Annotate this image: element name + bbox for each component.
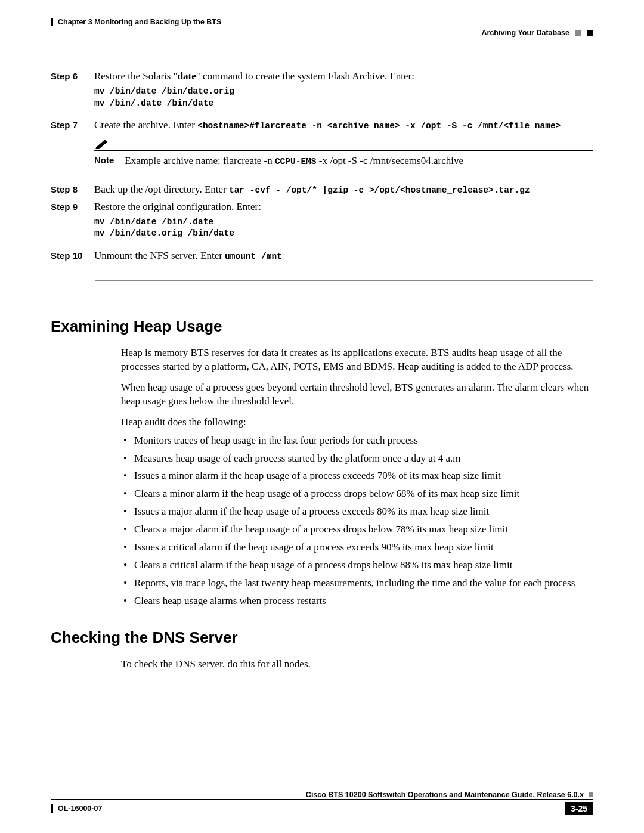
list-item: Issues a major alarm if the heap usage o… <box>121 505 593 519</box>
section-label: Archiving Your Database <box>482 29 570 37</box>
code-inline: umount /mnt <box>225 252 282 261</box>
step-label: Step 8 <box>51 183 83 194</box>
bullet-list: Monitors traces of heap usage in the las… <box>121 434 593 608</box>
list-item: Issues a minor alarm if the heap usage o… <box>121 469 593 483</box>
note-icon <box>94 137 111 149</box>
step-text-bold: date <box>178 70 196 82</box>
doc-id: OL-16000-07 <box>58 804 102 813</box>
list-item: Clears a minor alarm if the heap usage o… <box>121 487 593 501</box>
footer-square-icon <box>589 792 593 797</box>
chapter-label: Chapter 3 Monitoring and Backing Up the … <box>58 18 221 26</box>
list-item: Measures heap usage of each process star… <box>121 452 593 466</box>
step-row: Step 6 Restore the Solaris "date" comman… <box>51 70 593 115</box>
code-block: mv /bin/date /bin/.date mv /bin/date.ori… <box>94 216 593 240</box>
step-text: Restore the original configuration. Ente… <box>94 200 593 214</box>
paragraph: To check the DNS server, do this for all… <box>121 658 593 671</box>
page-footer: Cisco BTS 10200 Softswitch Operations an… <box>51 791 593 815</box>
paragraph: When heap usage of a process goes beyond… <box>121 381 593 408</box>
paragraph: Heap is memory BTS reserves for data it … <box>121 346 593 374</box>
list-item: Reports, via trace logs, the last twenty… <box>121 577 593 590</box>
step-label: Step 7 <box>51 119 83 130</box>
step-row: Step 10 Unmount the NFS server. Enter um… <box>51 249 593 263</box>
code-inline: <hostname>#flarcreate -n <archive name> … <box>197 121 561 131</box>
step-label: Step 9 <box>51 200 83 212</box>
step-label: Step 6 <box>51 70 83 81</box>
note-text: Example archive name: flarcreate -n CCPU… <box>125 154 593 168</box>
code-inline: tar -cvf - /opt/* |gzip -c >/opt/<hostna… <box>229 185 530 195</box>
heading-heap: Examining Heap Usage <box>51 317 593 336</box>
footer-title: Cisco BTS 10200 Softswitch Operations an… <box>306 791 584 799</box>
section-divider <box>95 280 593 281</box>
note-label: Note <box>94 154 114 168</box>
step-row: Step 8 Back up the /opt directory. Enter… <box>51 183 593 197</box>
step-row: Step 7 Create the archive. Enter <hostna… <box>51 119 593 179</box>
header-square-icon <box>587 30 593 36</box>
step-text: Restore the Solaris " <box>94 70 178 82</box>
step-label: Step 10 <box>51 249 83 261</box>
list-item: Clears a critical alarm if the heap usag… <box>121 559 593 572</box>
note-block: Note Example archive name: flarcreate -n… <box>94 137 593 172</box>
page-number: 3-25 <box>565 802 593 815</box>
paragraph: Heap audit does the following: <box>121 416 593 429</box>
step-text: " command to create the system Flash Arc… <box>196 70 414 82</box>
list-item: Clears a major alarm if the heap usage o… <box>121 523 593 537</box>
list-item: Monitors traces of heap usage in the las… <box>121 434 593 448</box>
step-text: Create the archive. Enter <box>94 119 197 131</box>
section-header: Archiving Your Database <box>51 29 593 37</box>
step-text: Back up the /opt directory. Enter <box>94 184 229 195</box>
footer-bar-icon <box>51 804 53 813</box>
step-row: Step 9 Restore the original configuratio… <box>51 200 593 246</box>
code-block: mv /bin/date /bin/date.orig mv /bin/.dat… <box>94 86 593 109</box>
step-text: Unmount the NFS server. Enter <box>94 250 225 261</box>
list-item: Issues a critical alarm if the heap usag… <box>121 541 593 555</box>
list-item: Clears heap usage alarms when process re… <box>121 594 593 608</box>
heading-dns: Checking the DNS Server <box>51 628 593 647</box>
chapter-header: Chapter 3 Monitoring and Backing Up the … <box>51 18 593 26</box>
header-bar-icon <box>51 18 53 26</box>
header-square-icon <box>575 30 581 36</box>
